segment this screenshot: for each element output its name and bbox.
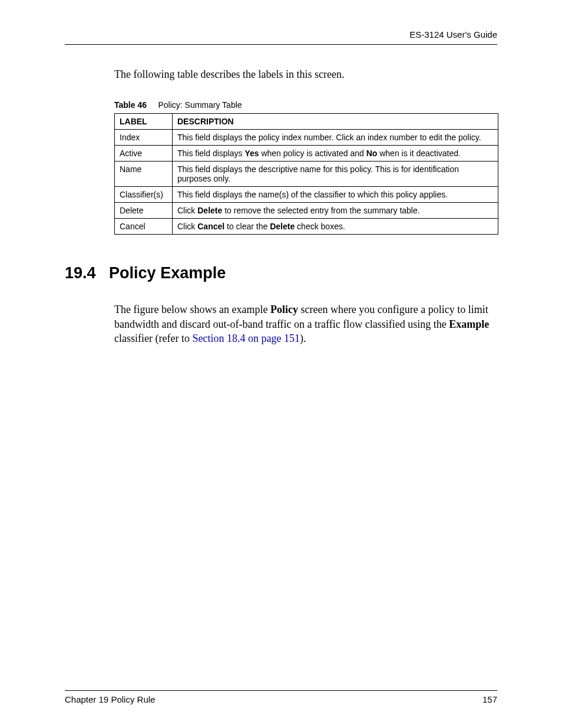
footer-chapter: Chapter 19 Policy Rule — [65, 694, 155, 704]
para-text: classifier (refer to — [114, 332, 192, 344]
desc-text: Click — [177, 222, 197, 231]
cell-label: Delete — [115, 203, 173, 219]
desc-text: check boxes. — [295, 222, 345, 231]
desc-text: to remove the selected entry from the su… — [222, 206, 419, 215]
cell-label: Index — [115, 130, 173, 146]
desc-bold: Delete — [270, 222, 295, 231]
table-row: Active This field displays Yes when poli… — [115, 146, 498, 162]
desc-text: Click — [177, 206, 197, 215]
desc-bold: Yes — [244, 149, 259, 158]
table-caption: Table 46 Policy: Summary Table — [114, 100, 497, 110]
table-row: Index This field displays the policy ind… — [115, 130, 498, 146]
table-caption-number: Table 46 — [114, 100, 147, 110]
table-row: Delete Click Delete to remove the select… — [115, 203, 498, 219]
section-title: Policy Example — [109, 264, 226, 282]
page-footer: Chapter 19 Policy Rule 157 — [65, 690, 497, 704]
desc-bold: No — [366, 149, 378, 158]
desc-text: to clear the — [224, 222, 270, 231]
para-bold: Policy — [270, 304, 298, 315]
section-spacer — [100, 264, 109, 282]
desc-bold: Delete — [197, 206, 222, 215]
cell-desc: Click Cancel to clear the Delete check b… — [173, 219, 498, 235]
cell-desc: This field displays the descriptive name… — [173, 162, 498, 187]
table-row: Cancel Click Cancel to clear the Delete … — [115, 219, 498, 235]
intro-text: The following table describes the labels… — [114, 67, 497, 81]
cell-label: Active — [115, 146, 173, 162]
cell-label: Classifier(s) — [115, 187, 173, 203]
header-label: LABEL — [115, 114, 173, 130]
header-guide: ES-3124 User's Guide — [65, 29, 497, 45]
header-description: DESCRIPTION — [173, 114, 498, 130]
desc-text: when policy is activated and — [259, 149, 366, 158]
desc-bold: Cancel — [197, 222, 224, 231]
cell-desc: This field displays Yes when policy is a… — [173, 146, 498, 162]
para-text: The figure below shows an example — [114, 304, 270, 315]
cell-desc: This field displays the name(s) of the c… — [173, 187, 498, 203]
table-row: Classifier(s) This field displays the na… — [115, 187, 498, 203]
table-caption-title: Policy: Summary Table — [158, 100, 242, 110]
body-paragraph: The figure below shows an example Policy… — [114, 302, 497, 345]
footer-page-number: 157 — [482, 694, 497, 704]
cross-reference-link[interactable]: Section 18.4 on page 151 — [192, 332, 299, 344]
desc-text: This field displays — [177, 149, 244, 158]
cell-desc: Click Delete to remove the selected entr… — [173, 203, 498, 219]
cell-label: Cancel — [115, 219, 173, 235]
para-bold: Example — [449, 318, 489, 330]
para-text: ). — [300, 332, 306, 344]
cell-label: Name — [115, 162, 173, 187]
section-number: 19.4 — [65, 264, 96, 282]
cell-desc: This field displays the policy index num… — [173, 130, 498, 146]
table-caption-spacer — [149, 100, 156, 110]
section-heading: 19.4 Policy Example — [65, 264, 497, 282]
table-row: Name This field displays the descriptive… — [115, 162, 498, 187]
table-header-row: LABEL DESCRIPTION — [115, 114, 498, 130]
desc-text: when is it deactivated. — [377, 149, 461, 158]
summary-table: LABEL DESCRIPTION Index This field displ… — [114, 113, 498, 235]
